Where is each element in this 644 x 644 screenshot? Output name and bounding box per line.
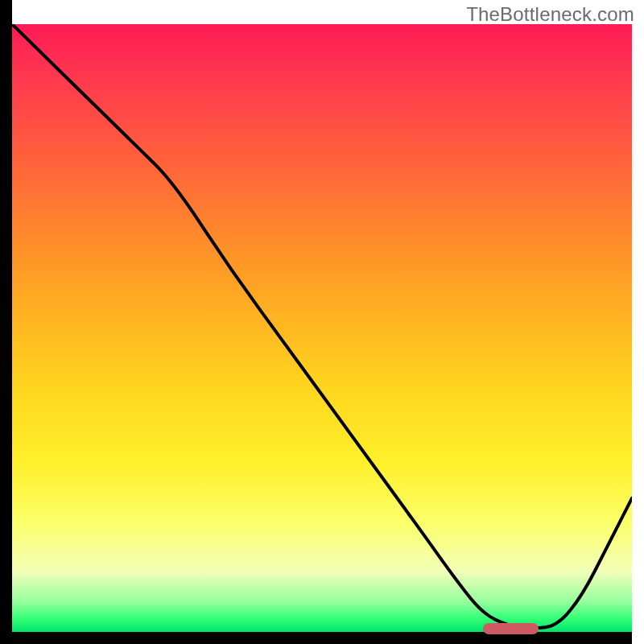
optimal-range-marker <box>483 623 539 634</box>
x-axis <box>0 632 632 644</box>
watermark-text: TheBottleneck.com <box>466 3 634 26</box>
chart-stage: TheBottleneck.com <box>0 0 644 644</box>
plot-outer <box>12 24 632 632</box>
curve-path <box>12 24 632 628</box>
y-axis <box>0 0 12 632</box>
bottleneck-curve <box>12 24 632 632</box>
